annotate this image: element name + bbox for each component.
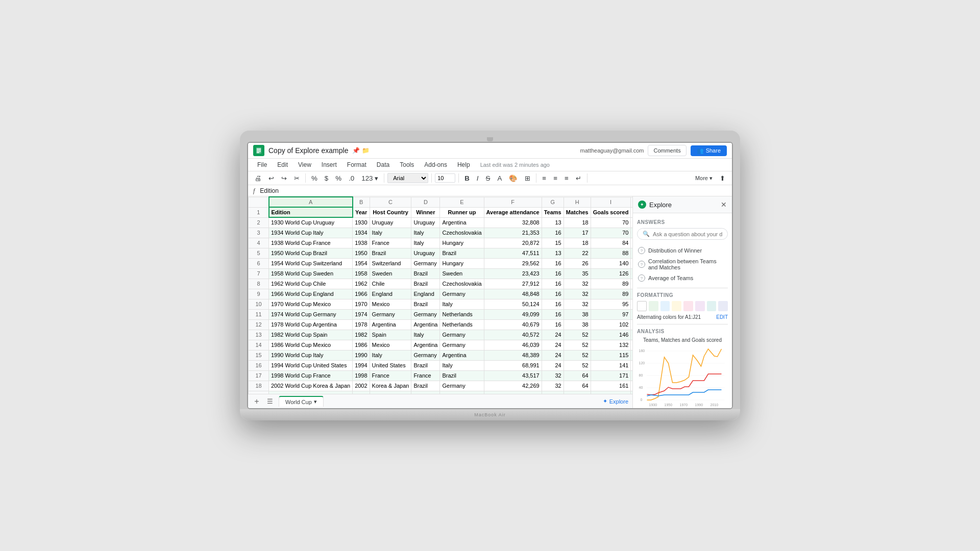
cell-matches[interactable]: 22 xyxy=(564,248,591,258)
cell-attendance[interactable]: 21,353 xyxy=(484,228,542,238)
cell-matches[interactable]: 64 xyxy=(564,381,591,391)
cell-attendance[interactable]: 46,039 xyxy=(484,340,542,350)
cell-winner[interactable]: Brazil xyxy=(411,381,440,391)
edit-link[interactable]: EDIT xyxy=(716,314,728,320)
cell-year[interactable]: 1998 xyxy=(353,370,370,381)
cell-runner[interactable]: Germany xyxy=(440,330,484,340)
header-runner[interactable]: Runner up xyxy=(440,207,484,217)
answer-item-3[interactable]: ? Average of Teams xyxy=(637,272,728,284)
cell-matches[interactable]: 17 xyxy=(564,228,591,238)
cell-matches[interactable]: 52 xyxy=(564,330,591,340)
fill-color-button[interactable]: 🎨 xyxy=(506,173,520,183)
cell-attendance[interactable]: 23,423 xyxy=(484,268,542,279)
format-number[interactable]: 123 ▾ xyxy=(359,173,381,183)
cell-teams[interactable]: 16 xyxy=(542,319,564,330)
header-teams[interactable]: Teams xyxy=(542,207,564,217)
cell-attendance[interactable]: 40,679 xyxy=(484,319,542,330)
cell-runner[interactable]: Germany xyxy=(440,340,484,350)
cell-goals[interactable]: 140 xyxy=(591,258,631,268)
cell-teams[interactable]: 24 xyxy=(542,340,564,350)
cell-goals[interactable]: 161 xyxy=(591,381,631,391)
cell-host[interactable]: Brazil xyxy=(370,248,411,258)
cell-year[interactable]: 1986 xyxy=(353,340,370,350)
search-bar[interactable]: 🔍 xyxy=(637,228,728,240)
cell-runner[interactable]: Argentina xyxy=(440,217,484,228)
cell-teams[interactable]: 32 xyxy=(542,370,564,381)
cell-edition[interactable]: 1930 World Cup Uruguay xyxy=(269,217,353,228)
cell-matches[interactable]: 64 xyxy=(564,370,591,381)
cell-host[interactable]: Korea & Japan xyxy=(370,381,411,391)
cell-matches[interactable]: 35 xyxy=(564,268,591,279)
font-size-input[interactable] xyxy=(435,173,455,183)
cell-winner[interactable]: Argentina xyxy=(411,340,440,350)
swatch-pink[interactable] xyxy=(683,301,693,311)
cell-teams[interactable]: 16 xyxy=(542,268,564,279)
cell-edition[interactable]: 1962 World Cup Chile xyxy=(269,279,353,289)
align-right[interactable]: ≡ xyxy=(562,173,571,183)
cell-edition[interactable]: 1958 World Cup Sweden xyxy=(269,268,353,279)
share-button[interactable]: 👥 Share xyxy=(691,145,727,156)
col-header-g[interactable]: G xyxy=(542,197,564,207)
undo-button[interactable]: ↩ xyxy=(266,173,277,183)
cell-goals[interactable]: 132 xyxy=(591,340,631,350)
cell-host[interactable]: Mexico xyxy=(370,299,411,309)
header-host[interactable]: Host Country xyxy=(370,207,411,217)
col-header-b[interactable]: B xyxy=(353,197,370,207)
cell-host[interactable]: Uruguay xyxy=(370,217,411,228)
cell-year[interactable]: 1974 xyxy=(353,309,370,319)
cell-winner[interactable]: Germany xyxy=(411,309,440,319)
cut-button[interactable]: ✂ xyxy=(291,173,302,183)
cell-winner[interactable]: Brazil xyxy=(411,279,440,289)
cell-edition[interactable]: 1974 World Cup Germany xyxy=(269,309,353,319)
cell-matches[interactable]: 32 xyxy=(564,299,591,309)
answer-item-1[interactable]: ? Distribution of Winner xyxy=(637,245,728,256)
cell-goals[interactable]: 95 xyxy=(591,299,631,309)
table-scroll[interactable]: A B C D E F G H I J xyxy=(248,196,632,394)
cell-winner[interactable]: Uruguay xyxy=(411,217,440,228)
cell-attendance[interactable]: 68,991 xyxy=(484,360,542,370)
cell-edition[interactable]: 1990 World Cup Italy xyxy=(269,350,353,360)
cell-edition[interactable]: 1978 World Cup Argentina xyxy=(269,319,353,330)
cell-runner[interactable]: Brazil xyxy=(440,370,484,381)
cell-runner[interactable]: Germany xyxy=(440,381,484,391)
format-percent[interactable]: % xyxy=(309,173,320,183)
cell-host[interactable]: England xyxy=(370,289,411,299)
cell-matches[interactable]: 32 xyxy=(564,289,591,299)
format-dollar[interactable]: $ xyxy=(322,173,331,183)
cell-host[interactable]: Germany xyxy=(370,309,411,319)
menu-file[interactable]: File xyxy=(253,160,271,170)
cell-host[interactable]: Sweden xyxy=(370,268,411,279)
swatch-blue[interactable] xyxy=(660,301,670,311)
cell-year[interactable]: 1978 xyxy=(353,319,370,330)
cell-goals[interactable]: 89 xyxy=(591,279,631,289)
col-header-i[interactable]: I xyxy=(591,197,631,207)
cell-goals[interactable]: 84 xyxy=(591,238,631,248)
cell-goals[interactable]: 70 xyxy=(591,228,631,238)
col-header-f[interactable]: F xyxy=(484,197,542,207)
cell-goals[interactable]: 102 xyxy=(591,319,631,330)
cell-edition[interactable]: 1994 World Cup United States xyxy=(269,360,353,370)
explore-bottom-button[interactable]: ✦ Explore xyxy=(603,398,628,405)
more-toolbar-button[interactable]: More ▾ xyxy=(693,174,715,183)
header-winner[interactable]: Winner xyxy=(411,207,440,217)
cell-runner[interactable]: Netherlands xyxy=(440,309,484,319)
cell-teams[interactable]: 16 xyxy=(542,289,564,299)
cell-edition[interactable]: 1966 World Cup England xyxy=(269,289,353,299)
cell-attendance[interactable]: 48,389 xyxy=(484,350,542,360)
cell-runner[interactable]: Italy xyxy=(440,360,484,370)
cell-teams[interactable]: 16 xyxy=(542,258,564,268)
cell-host[interactable]: United States xyxy=(370,360,411,370)
cell-winner[interactable]: Brazil xyxy=(411,299,440,309)
cell-edition[interactable]: 1970 World Cup Mexico xyxy=(269,299,353,309)
cell-winner[interactable]: Brazil xyxy=(411,268,440,279)
cell-goals[interactable]: 70 xyxy=(591,217,631,228)
cell-attendance[interactable]: 27,912 xyxy=(484,279,542,289)
add-sheet-button[interactable]: + xyxy=(252,397,261,406)
cell-edition[interactable]: 1954 World Cup Switzerland xyxy=(269,258,353,268)
italic-button[interactable]: I xyxy=(474,173,481,183)
cell-year[interactable]: 1930 xyxy=(353,217,370,228)
cell-attendance[interactable]: 43,517 xyxy=(484,370,542,381)
cell-year[interactable]: 1990 xyxy=(353,350,370,360)
cell-host[interactable]: Spain xyxy=(370,330,411,340)
sheet-tab[interactable]: World Cup ▾ xyxy=(279,396,324,407)
